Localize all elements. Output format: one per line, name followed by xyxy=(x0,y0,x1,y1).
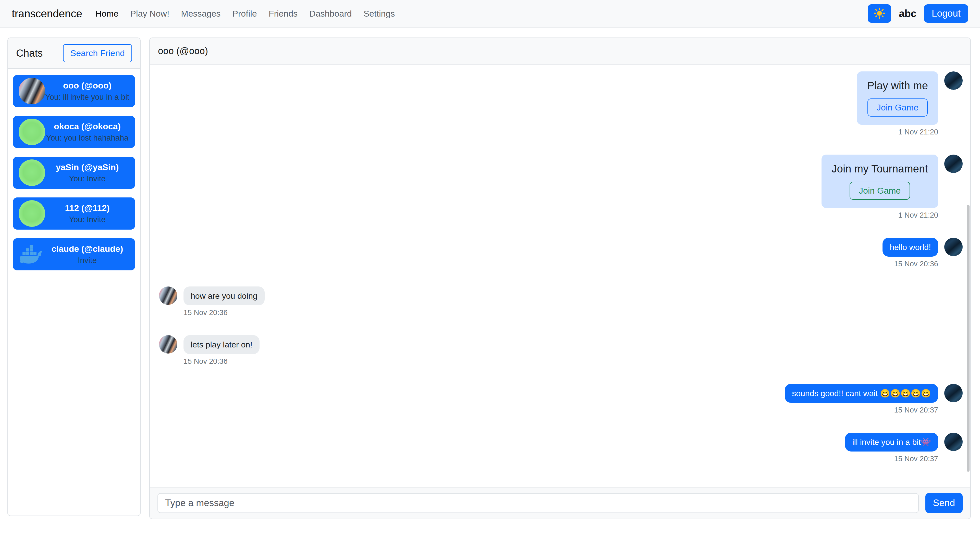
nav-item-settings[interactable]: Settings xyxy=(363,9,395,19)
chat-item-text: ooo (@ooo)You: ill invite you in a bit… xyxy=(45,81,129,102)
chat-item-name: yaSin (@yaSin) xyxy=(45,162,129,172)
message-row: lets play later on! xyxy=(159,335,963,354)
message-timestamp: 1 Nov 21:20 xyxy=(159,211,963,219)
nav-links: HomePlay Now!MessagesProfileFriendsDashb… xyxy=(95,9,868,19)
message-row: how are you doing xyxy=(159,286,963,305)
chat-item-name: okoca (@okoca) xyxy=(45,121,129,131)
dark-blue-avatar xyxy=(944,71,963,90)
green-avatar xyxy=(19,119,45,145)
message-input[interactable] xyxy=(158,493,919,513)
pink-abstract-avatar xyxy=(19,78,45,104)
chat-item-text: okoca (@okoca)You: you lost hahahaha xyxy=(45,121,129,143)
nav-item-dashboard[interactable]: Dashboard xyxy=(309,9,352,19)
message-list: Play with meJoin Game1 Nov 21:20Join my … xyxy=(150,65,970,487)
sun-icon xyxy=(873,7,885,20)
nav-item-friends[interactable]: Friends xyxy=(269,9,298,19)
chats-panel-header: Chats Search Friend xyxy=(8,38,140,69)
username: abc xyxy=(899,8,916,19)
dark-blue-avatar xyxy=(944,155,963,173)
chat-item-preview: You: Invite xyxy=(45,215,129,224)
message-bubble: how are you doing xyxy=(183,286,265,305)
join-game-button[interactable]: Join Game xyxy=(850,182,910,200)
chat-item-preview: Invite xyxy=(45,256,129,265)
dark-blue-avatar xyxy=(944,238,963,256)
message-timestamp: 15 Nov 20:37 xyxy=(159,454,963,463)
chat-item-name: ooo (@ooo) xyxy=(45,81,129,91)
dark-blue-avatar xyxy=(944,433,963,451)
green-avatar xyxy=(19,159,45,186)
navbar: transcendence HomePlay Now!MessagesProfi… xyxy=(0,0,980,27)
message-timestamp: 15 Nov 20:36 xyxy=(159,357,963,365)
navbar-right: abc Logout xyxy=(868,4,968,23)
pink-abstract-avatar xyxy=(159,335,177,354)
message-row: Join my TournamentJoin Game xyxy=(159,155,963,208)
nav-item-play-now[interactable]: Play Now! xyxy=(130,9,169,19)
nav-item-profile[interactable]: Profile xyxy=(232,9,257,19)
message-group: how are you doing15 Nov 20:36 xyxy=(159,286,963,317)
green-avatar xyxy=(19,200,45,227)
message-bubble: sounds good!! cant wait 😆😆😆😆😆 xyxy=(785,384,938,403)
message-composer: Send xyxy=(150,487,970,519)
docker-logo-avatar xyxy=(19,241,45,268)
message-row: ill invite you in a bit👾 xyxy=(159,433,963,451)
message-group: hello world!15 Nov 20:36 xyxy=(159,238,963,268)
chat-item-text: yaSin (@yaSin)You: Invite xyxy=(45,162,129,183)
logout-button[interactable]: Logout xyxy=(924,4,968,23)
content: Chats Search Friend ooo (@ooo)You: ill i… xyxy=(0,27,980,519)
dark-blue-avatar xyxy=(944,384,963,402)
chat-panel: ooo (@ooo) Play with meJoin Game1 Nov 21… xyxy=(149,38,971,519)
chat-list-item[interactable]: yaSin (@yaSin)You: Invite xyxy=(13,157,135,189)
invite-title: Play with me xyxy=(867,79,928,92)
chat-list-item[interactable]: ooo (@ooo)You: ill invite you in a bit… xyxy=(13,75,135,107)
chats-panel: Chats Search Friend ooo (@ooo)You: ill i… xyxy=(7,38,141,516)
brand[interactable]: transcendence xyxy=(12,7,82,20)
join-game-button[interactable]: Join Game xyxy=(867,98,928,117)
chat-header-title: ooo (@ooo) xyxy=(158,46,208,56)
chat-item-name: 112 (@112) xyxy=(45,203,129,213)
pink-abstract-avatar xyxy=(159,286,177,305)
chat-list-item[interactable]: 112 (@112)You: Invite xyxy=(13,197,135,230)
theme-toggle-button[interactable] xyxy=(868,4,891,23)
scrollbar-thumb[interactable] xyxy=(967,205,969,472)
message-row: Play with meJoin Game xyxy=(159,71,963,125)
invite-title: Join my Tournament xyxy=(832,163,928,175)
search-friend-button[interactable]: Search Friend xyxy=(63,44,132,62)
game-invite-card: Play with meJoin Game xyxy=(857,71,938,125)
chat-item-name: claude (@claude) xyxy=(45,244,129,254)
chat-item-preview: You: you lost hahahaha xyxy=(45,133,129,143)
message-group: Play with meJoin Game1 Nov 21:20 xyxy=(159,71,963,136)
chat-item-preview: You: Invite xyxy=(45,174,129,183)
send-button[interactable]: Send xyxy=(925,493,963,513)
chat-item-text: 112 (@112)You: Invite xyxy=(45,203,129,224)
chat-list: ooo (@ooo)You: ill invite you in a bit…o… xyxy=(8,69,140,285)
chat-list-item[interactable]: okoca (@okoca)You: you lost hahahaha xyxy=(13,116,135,148)
app: transcendence HomePlay Now!MessagesProfi… xyxy=(0,0,980,551)
message-bubble: ill invite you in a bit👾 xyxy=(845,433,938,451)
message-group: sounds good!! cant wait 😆😆😆😆😆15 Nov 20:3… xyxy=(159,384,963,414)
message-timestamp: 15 Nov 20:36 xyxy=(159,308,963,317)
message-bubble: hello world! xyxy=(883,238,938,257)
message-timestamp: 15 Nov 20:36 xyxy=(159,260,963,268)
message-group: ill invite you in a bit👾15 Nov 20:37 xyxy=(159,433,963,463)
chat-item-text: claude (@claude)Invite xyxy=(45,244,129,265)
chat-header: ooo (@ooo) xyxy=(150,38,970,65)
message-row: hello world! xyxy=(159,238,963,257)
message-timestamp: 1 Nov 21:20 xyxy=(159,128,963,136)
chats-title: Chats xyxy=(16,48,43,59)
message-bubble: lets play later on! xyxy=(183,335,259,354)
message-group: Join my TournamentJoin Game1 Nov 21:20 xyxy=(159,155,963,219)
nav-item-messages[interactable]: Messages xyxy=(181,9,221,19)
nav-item-home[interactable]: Home xyxy=(95,9,119,19)
message-timestamp: 15 Nov 20:37 xyxy=(159,406,963,414)
chat-body: Play with meJoin Game1 Nov 21:20Join my … xyxy=(150,65,970,487)
message-row: sounds good!! cant wait 😆😆😆😆😆 xyxy=(159,384,963,403)
message-group: lets play later on!15 Nov 20:36 xyxy=(159,335,963,365)
chat-list-item[interactable]: claude (@claude)Invite xyxy=(13,238,135,270)
chat-item-preview: You: ill invite you in a bit… xyxy=(45,93,129,102)
game-invite-card: Join my TournamentJoin Game xyxy=(821,155,938,208)
